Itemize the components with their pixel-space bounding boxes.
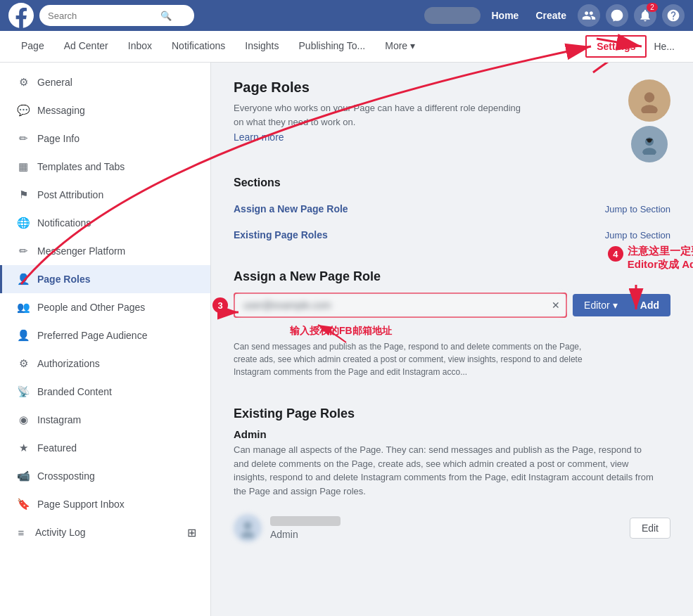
- activity-log-expand-icon: ⊞: [187, 526, 196, 539]
- svg-point-1: [641, 105, 657, 113]
- main-layout: ⚙ General 💬 Messaging ✏ Page Info ▦ Temp…: [0, 63, 693, 616]
- edit-user-button[interactable]: Edit: [630, 518, 670, 539]
- nav-right: Home Create 2: [424, 4, 685, 27]
- sidebar-item-page-roles[interactable]: 👤 Page Roles 2: [0, 265, 210, 293]
- facebook-logo[interactable]: [8, 3, 34, 28]
- instagram-icon: ◉: [16, 413, 30, 427]
- branded-content-icon: 📡: [16, 385, 30, 399]
- sidebar-item-templates[interactable]: ▦ Templates and Tabs: [0, 153, 210, 181]
- messaging-icon: 💬: [16, 103, 30, 117]
- chinese-annotation-4: 4 注意这里一定要把默认的 Editor改成 Admin: [608, 245, 693, 271]
- page-role-avatar-2: [631, 126, 668, 162]
- nav-inbox[interactable]: Inbox: [118, 31, 162, 63]
- sidebar-item-featured[interactable]: ★ Featured: [0, 434, 210, 462]
- admin-user-avatar: [234, 514, 262, 542]
- jump-to-existing[interactable]: Jump to Section: [605, 230, 670, 240]
- sidebar-item-messenger-platform[interactable]: ✏ Messenger Platform: [0, 237, 210, 265]
- top-navigation: 🔍 Home Create 2: [0, 0, 693, 31]
- assign-section-link[interactable]: Assign a New Page Role: [234, 203, 348, 214]
- assign-email-input[interactable]: [235, 294, 566, 316]
- activity-log-footer[interactable]: ≡ Activity Log ⊞: [0, 518, 210, 546]
- templates-icon: ▦: [16, 160, 30, 174]
- nav-more[interactable]: More ▾: [375, 31, 425, 63]
- sidebar-item-branded-content[interactable]: 📡 Branded Content: [0, 378, 210, 406]
- auth-icon: ⚙: [16, 357, 30, 371]
- sidebar-item-instagram[interactable]: ◉ Instagram: [0, 406, 210, 434]
- sidebar-item-authorizations[interactable]: ⚙ Authorizations: [0, 349, 210, 378]
- home-link[interactable]: Home: [486, 7, 525, 24]
- preferred-audience-icon: 👤: [16, 328, 30, 342]
- page-roles-desc: Everyone who works on your Page can have…: [234, 101, 529, 129]
- notifications-icon-btn[interactable]: 2: [634, 4, 656, 27]
- existing-section-link[interactable]: Existing Page Roles: [234, 229, 328, 240]
- content-area: Page Roles Everyone who works on your Pa…: [211, 63, 693, 616]
- page-support-icon: 🔖: [16, 497, 30, 511]
- section-row-assign: Assign a New Page Role Jump to Section: [234, 196, 670, 222]
- sidebar-item-crossposting[interactable]: 📹 Crossposting: [0, 462, 210, 490]
- nav-publishing[interactable]: Publishing To...: [289, 31, 376, 63]
- role-dropdown-btn[interactable]: Editor ▾: [573, 294, 629, 316]
- create-link[interactable]: Create: [530, 7, 572, 24]
- admin-user-info: Admin: [270, 516, 630, 540]
- nav-notifications[interactable]: Notifications: [162, 31, 235, 63]
- arrow-1-svg: [579, 63, 663, 79]
- assign-section: Assign a New Page Role 3 ✕ Editor ▾ Add: [234, 269, 670, 378]
- post-attr-icon: ⚑: [16, 188, 30, 202]
- admin-user-row: Admin Edit: [234, 506, 670, 549]
- learn-more-link[interactable]: Learn more: [234, 131, 284, 143]
- messenger-icon-btn[interactable]: [606, 4, 628, 27]
- assign-title: Assign a New Page Role: [234, 269, 670, 284]
- sidebar-item-notifications[interactable]: 🌐 Notifications: [0, 209, 210, 237]
- page-roles-icon: 👤: [16, 272, 30, 286]
- svg-point-0: [644, 92, 654, 102]
- search-bar[interactable]: 🔍: [39, 5, 194, 26]
- svg-point-11: [241, 532, 254, 538]
- sidebar-item-page-support[interactable]: 🔖 Page Support Inbox: [0, 490, 210, 518]
- jump-to-assign[interactable]: Jump to Section: [605, 204, 670, 214]
- nav-ad-center[interactable]: Ad Center: [54, 31, 118, 63]
- sidebar-item-post-attribution[interactable]: ⚑ Post Attribution: [0, 181, 210, 209]
- notifications-icon: 🌐: [16, 216, 30, 230]
- help-nav-btn[interactable]: He...: [647, 31, 682, 63]
- sections-title: Sections: [234, 177, 670, 189]
- input-clear-icon[interactable]: ✕: [552, 300, 560, 311]
- add-role-button[interactable]: Add: [629, 294, 670, 316]
- friends-icon-btn[interactable]: [578, 4, 600, 27]
- role-add-container: Editor ▾ Add Admin ✓Editor Moderator Adv…: [573, 294, 670, 316]
- existing-section: Existing Page Roles Admin Can manage all…: [234, 406, 670, 549]
- chinese-input-label: 输入授权的FB邮箱地址: [234, 325, 670, 338]
- nav-insights[interactable]: Insights: [235, 31, 288, 63]
- chinese-text-1: 注意这里一定要把默认的: [628, 245, 693, 258]
- page-roles-title: Page Roles: [234, 79, 529, 96]
- nav-page[interactable]: Page: [11, 31, 54, 63]
- sidebar-item-people[interactable]: 👥 People and Other Pages: [0, 293, 210, 321]
- annotation-3: 3: [212, 297, 228, 313]
- sidebar-item-general[interactable]: ⚙ General: [0, 68, 210, 96]
- user-name-blurred: [424, 7, 481, 24]
- messenger-platform-icon: ✏: [16, 244, 30, 258]
- people-icon: 👥: [16, 300, 30, 314]
- svg-rect-5: [647, 139, 653, 141]
- crossposting-icon: 📹: [16, 469, 30, 483]
- assign-input-wrapper: ✕: [234, 293, 567, 318]
- admin-role-desc: Can manage all aspects of the Page. They…: [234, 443, 656, 498]
- section-row-existing: Existing Page Roles Jump to Section: [234, 222, 670, 248]
- settings-button[interactable]: Settings: [585, 35, 647, 58]
- svg-point-10: [243, 522, 251, 530]
- help-icon-btn[interactable]: [662, 4, 685, 27]
- admin-role-title: Admin: [234, 428, 670, 440]
- admin-user-name-blurred: [270, 516, 341, 526]
- assign-desc: Can send messages and publish as the Pag…: [234, 340, 585, 378]
- search-input[interactable]: [48, 11, 160, 21]
- sidebar-item-page-info[interactable]: ✏ Page Info: [0, 124, 210, 153]
- edit-icon: ✏: [16, 131, 30, 146]
- sidebar-item-messaging[interactable]: 💬 Messaging: [0, 96, 210, 124]
- gear-icon: ⚙: [16, 75, 30, 89]
- notification-badge: 2: [647, 3, 658, 12]
- chinese-text-2: Editor改成 Admin: [628, 258, 693, 271]
- sidebar: ⚙ General 💬 Messaging ✏ Page Info ▦ Temp…: [0, 63, 211, 616]
- chinese-label-container: 输入授权的FB邮箱地址: [234, 325, 670, 338]
- sidebar-item-preferred-audience[interactable]: 👤 Preferred Page Audience: [0, 321, 210, 349]
- svg-point-3: [642, 148, 656, 155]
- existing-roles-title: Existing Page Roles: [234, 406, 670, 421]
